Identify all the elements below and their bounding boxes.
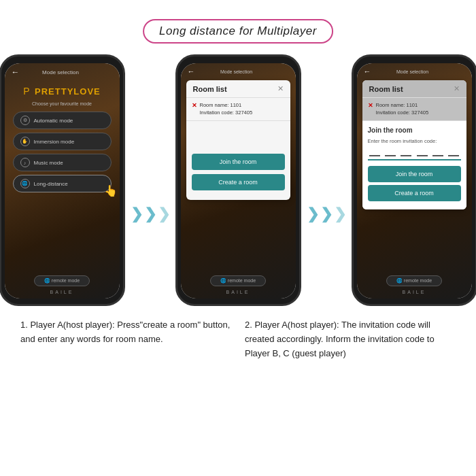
phone-1-brand: BAILE <box>5 290 120 294</box>
desc-text-2: 2. Player A(host player): The invitation… <box>245 318 456 360</box>
phone-2-screen: ← Mode selection Room list ✕ ✕ Room name… <box>181 63 296 299</box>
invitation-code-2: Invitation code: 327405 <box>200 109 253 116</box>
phone-2: ← Mode selection Room list ✕ ✕ Room name… <box>175 54 301 306</box>
room-info-2: Room name: 1101 Invitation code: 327405 <box>200 101 253 117</box>
code-dash-3 <box>401 155 411 156</box>
phone-2-mode-label: Mode selection <box>220 69 252 74</box>
phone-3-brand: BAILE <box>357 290 472 294</box>
arrow-row-1: ❯ ❯ ❯ <box>131 207 170 222</box>
code-dash-2 <box>385 155 396 156</box>
phone-3-header: ← Mode selection <box>357 63 472 77</box>
room-list-item-3: ✕ Room name: 1101 Invitation code: 32740… <box>362 98 466 121</box>
mode-btn-immersion[interactable]: ✋ Immersion mode <box>13 133 112 150</box>
room-x-icon-3: ✕ <box>368 102 373 109</box>
phone-1: ← Mode selection P PRETTYLOVE Choose you… <box>0 54 125 306</box>
remote-mode-btn[interactable]: 🌐 remote mode <box>34 275 90 286</box>
phone-1-logo: P PRETTYLOVE <box>5 85 120 97</box>
room-dialog-3: Room list ✕ ✕ Room name: 1101 Invitation… <box>362 80 466 209</box>
descriptions: 1. Player A(host player): Press"create a… <box>0 318 476 360</box>
code-dash-5 <box>432 155 443 156</box>
phone-3-mode-label: Mode selection <box>396 69 428 74</box>
invite-code-input-row[interactable] <box>368 147 461 160</box>
room-info-3: Room name: 1101 Invitation code: 327405 <box>376 101 429 117</box>
automatic-icon: ⚙ <box>20 116 30 125</box>
invitation-code-3: Invitation code: 327405 <box>376 109 429 116</box>
join-room-btn-3[interactable]: Join the room <box>368 166 461 182</box>
room-name-2: Room name: 1101 <box>200 101 253 109</box>
phone-1-mode-label: Mode selection <box>42 69 79 75</box>
chevron-1a: ❯ <box>131 207 143 222</box>
room-dialog-2-title: Room list <box>193 85 227 93</box>
desc-block-2: 2. Player A(host player): The invitation… <box>245 318 456 360</box>
join-room-heading: Join the room <box>368 126 461 134</box>
phone-1-screen: ← Mode selection P PRETTYLOVE Choose you… <box>5 63 120 299</box>
room-dialog-3-close[interactable]: ✕ <box>454 84 460 93</box>
phone-2-header: ← Mode selection <box>181 63 296 77</box>
music-label: Music mode <box>34 160 63 166</box>
room-dialog-3-title: Room list <box>369 85 403 93</box>
title-text: Long distance for Multiplayer <box>159 24 317 37</box>
longdistance-label: Long-distance <box>34 181 68 187</box>
desc-block-1: 1. Player A(host player): Press"create a… <box>20 318 231 360</box>
chevron-2b: ❯ <box>320 207 333 222</box>
mode-btn-music[interactable]: ♪ Music mode <box>13 154 112 171</box>
create-room-btn-2[interactable]: Create a room <box>192 174 285 190</box>
room-dialog-3-gray-top: Room list ✕ ✕ Room name: 1101 Invitation… <box>362 80 466 121</box>
automatic-label: Automatic mode <box>34 118 73 124</box>
chevron-2c: ❯ <box>334 207 346 222</box>
desc-text-1: 1. Player A(host player): Press"create a… <box>20 318 231 347</box>
phone-3-remote-bar: 🌐 remote mode <box>357 273 472 286</box>
room-dialog-3-header: Room list ✕ <box>362 80 466 98</box>
phone-2-bg: ← Mode selection Room list ✕ ✕ Room name… <box>181 63 296 299</box>
title-banner: Long distance for Multiplayer <box>143 19 333 44</box>
phone-3-screen: ← Mode selection Room list ✕ ✕ <box>357 63 472 299</box>
code-dash-4 <box>417 155 428 156</box>
prettylove-icon: P <box>23 86 29 97</box>
phone-1-subtitle: Choose your favourite mode <box>5 101 120 106</box>
phone-1-back-icon[interactable]: ← <box>12 67 20 77</box>
room-list-item-2: ✕ Room name: 1101 Invitation code: 32740… <box>186 98 290 121</box>
phone-2-remote-bar: 🌐 remote mode <box>181 273 296 286</box>
phone-2-back-icon[interactable]: ← <box>188 67 195 75</box>
phone-3-bg: ← Mode selection Room list ✕ ✕ <box>357 63 472 299</box>
remote-mode-btn-2[interactable]: 🌐 remote mode <box>210 275 266 286</box>
room-x-icon-2: ✕ <box>192 102 197 109</box>
immersion-icon: ✋ <box>20 137 30 146</box>
room-dialog-2-body: Join the room Create a room <box>186 121 290 200</box>
arrow-row-2: ❯ ❯ ❯ <box>307 207 346 222</box>
create-room-btn-3[interactable]: Create a room <box>368 185 461 201</box>
phone-1-logo-text: PRETTYLOVE <box>35 86 101 97</box>
join-room-btn-2[interactable]: Join the room <box>192 154 285 170</box>
phone-1-remote-bar: 🌐 remote mode <box>5 273 120 286</box>
chevron-1b: ❯ <box>144 207 156 222</box>
phones-row: ← Mode selection P PRETTYLOVE Choose you… <box>0 54 476 306</box>
chevron-1c: ❯ <box>158 207 170 222</box>
phone-1-bg: ← Mode selection P PRETTYLOVE Choose you… <box>5 63 120 299</box>
phone-1-header: ← Mode selection <box>5 63 120 78</box>
longdistance-icon: 🌐 <box>20 179 30 188</box>
mode-btn-longdistance[interactable]: 🌐 Long-distance 👆 <box>13 175 112 192</box>
room-dialog-2-header: Room list ✕ <box>186 80 290 98</box>
arrow-connector-2: ❯ ❯ ❯ <box>307 54 346 306</box>
room-dialog-3-body: Join the room Enter the room invitation … <box>362 121 466 209</box>
immersion-label: Immersion mode <box>34 139 75 145</box>
code-dash-1 <box>369 155 380 156</box>
room-dialog-2-close[interactable]: ✕ <box>277 84 284 93</box>
room-name-3: Room name: 1101 <box>376 101 429 109</box>
code-dash-6 <box>448 155 459 156</box>
music-icon: ♪ <box>20 158 30 167</box>
hand-cursor-1: 👆 <box>104 184 118 197</box>
mode-btn-automatic[interactable]: ⚙ Automatic mode <box>13 112 112 129</box>
enter-code-label: Enter the room invitation code: <box>368 138 461 144</box>
remote-mode-btn-3[interactable]: 🌐 remote mode <box>386 275 442 286</box>
phone-3-back-icon[interactable]: ← <box>364 67 371 75</box>
arrow-connector-1: ❯ ❯ ❯ <box>131 54 170 306</box>
phone-3: ← Mode selection Room list ✕ ✕ <box>352 54 477 306</box>
phone-2-brand: BAILE <box>181 290 296 294</box>
chevron-2a: ❯ <box>307 207 319 222</box>
room-dialog-2: Room list ✕ ✕ Room name: 1101 Invitation… <box>186 80 290 200</box>
